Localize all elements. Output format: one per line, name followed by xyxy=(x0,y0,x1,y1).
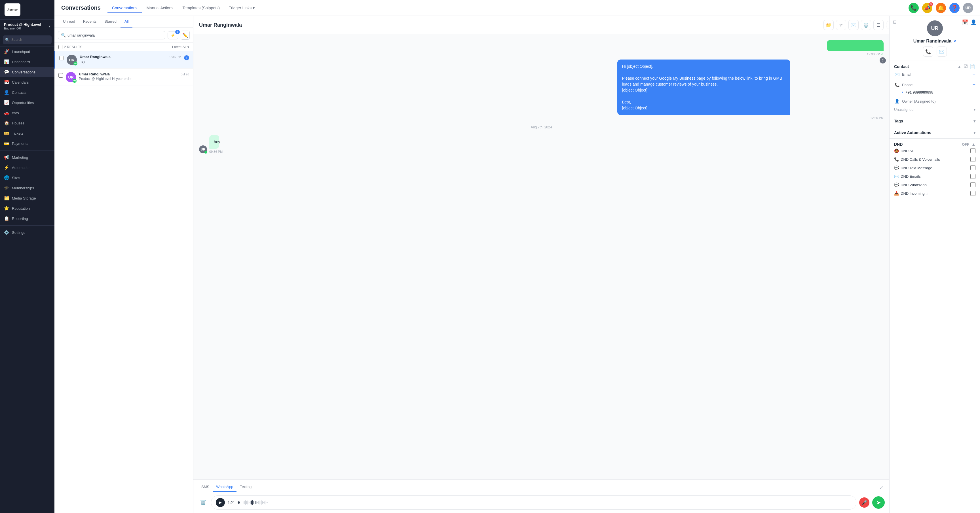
media-storage-icon: 🗂️ xyxy=(4,195,9,201)
help-button[interactable]: ❓ xyxy=(950,3,959,13)
conv-sort-button[interactable]: Latest-All ▾ xyxy=(172,45,189,49)
input-tab-texting[interactable]: Texting xyxy=(237,483,255,492)
contact-profile-icon[interactable]: 👤 xyxy=(970,19,977,25)
sidebar-item-contacts[interactable]: 👤 Contacts xyxy=(0,87,54,97)
dnd-calls-checkbox[interactable] xyxy=(970,157,975,162)
expand-input-button[interactable]: ⤢ xyxy=(878,483,885,492)
contact-email-button[interactable]: ✉️ xyxy=(937,46,947,57)
phone-button[interactable]: 📞 xyxy=(908,3,919,13)
phone-icon: 📞 xyxy=(894,82,900,88)
sidebar-nav: 🚀 Launchpad 📊 Dashboard 💬 Conversations … xyxy=(0,46,54,238)
conv-search-row: 🔍 ⚡ 1 ✏️ xyxy=(54,28,193,43)
user-avatar-button[interactable]: UR xyxy=(963,3,973,13)
dnd-all-checkbox[interactable] xyxy=(970,148,975,153)
add-phone-button[interactable]: + xyxy=(972,82,975,88)
cars-icon: 🚗 xyxy=(4,110,9,115)
play-button[interactable]: ▶ xyxy=(216,498,225,507)
sidebar-item-tickets[interactable]: 🎫 Tickets xyxy=(0,128,54,138)
sidebar-item-conversations[interactable]: 💬 Conversations xyxy=(0,67,54,77)
conv-tab-all[interactable]: All xyxy=(121,16,132,27)
send-button[interactable]: ➤ xyxy=(872,496,885,509)
tab-manual-actions[interactable]: Manual Actions xyxy=(142,3,178,13)
sidebar-item-settings[interactable]: ⚙️ Settings xyxy=(0,227,54,238)
conv-checkbox[interactable] xyxy=(59,73,63,78)
expand-panel-button[interactable]: ▶ xyxy=(886,21,889,30)
filter-button[interactable]: ☰ xyxy=(873,20,884,30)
conv-compose-button[interactable]: ✏️ xyxy=(181,30,190,40)
select-all-checkbox[interactable] xyxy=(59,45,62,49)
sidebar-item-launchpad[interactable]: 🚀 Launchpad xyxy=(0,46,54,57)
contact-phone-button[interactable]: 📞 xyxy=(923,46,933,57)
account-chevron-icon[interactable]: ▾ xyxy=(49,24,51,29)
conv-unread-badge: 1 xyxy=(184,55,189,60)
input-tab-sms[interactable]: SMS xyxy=(198,483,213,492)
launchpad-icon: 🚀 xyxy=(4,49,9,54)
calendar-icon[interactable]: 📅 xyxy=(962,19,968,25)
bell-button[interactable]: 🔔 xyxy=(936,3,946,13)
sidebar-item-memberships[interactable]: 🎓 Memberships xyxy=(0,183,54,193)
add-email-button[interactable]: + xyxy=(972,71,975,77)
dnd-text-checkbox[interactable] xyxy=(970,165,975,170)
sidebar-item-reporting[interactable]: 📋 Reporting xyxy=(0,213,54,224)
contact-section: Contact ▲ ☑ 📄 ✉️ Email + 📞 Phone xyxy=(889,60,980,115)
automations-chevron-icon[interactable]: ▾ xyxy=(974,130,975,135)
dnd-incoming-checkbox[interactable] xyxy=(970,191,975,196)
conversation-item[interactable]: UR W Umar Ranginwala Jul 26 Product @ Hi… xyxy=(54,68,193,86)
sidebar-search-input[interactable] xyxy=(11,38,54,42)
megaphone-button[interactable]: 📣 3 xyxy=(922,3,932,13)
conv-item-time: 9:36 PM xyxy=(170,55,181,59)
sidebar-item-calendars[interactable]: 📅 Calendars xyxy=(0,77,54,87)
dnd-incoming-help-icon[interactable]: ℹ xyxy=(926,192,928,195)
message-time: 09:36 PM xyxy=(209,150,223,153)
owner-select[interactable]: Unassigned ▾ xyxy=(894,107,975,112)
sidebar-item-automation[interactable]: ⚡ Automation xyxy=(0,162,54,173)
conv-item-preview: Product @ HighLevel Hi your order xyxy=(79,77,189,81)
grid-icon[interactable]: ⊞ xyxy=(893,19,897,25)
star-button[interactable]: ☆ xyxy=(836,20,846,30)
message-time: 12:30 PM ✓ xyxy=(867,52,884,56)
dnd-whatsapp-row: 💬 DND WhatsApp xyxy=(894,181,975,189)
conversation-item[interactable]: UR W Umar Ranginwala 9:36 PM hey 1 xyxy=(54,51,193,68)
tags-chevron-icon[interactable]: ▾ xyxy=(974,119,975,123)
sidebar-item-marketing[interactable]: 📢 Marketing xyxy=(0,152,54,162)
sidebar-item-houses[interactable]: 🏠 Houses xyxy=(0,118,54,128)
conv-tab-starred[interactable]: Starred xyxy=(100,16,121,27)
sidebar-item-opportunities[interactable]: 📈 Opportunities xyxy=(0,97,54,108)
message-bubble-incoming: hey xyxy=(209,135,219,149)
tab-templates[interactable]: Templates (Snippets) xyxy=(178,3,224,13)
dnd-chevron-icon[interactable]: ▲ xyxy=(972,142,975,146)
mic-button[interactable]: 🎤 xyxy=(859,497,869,508)
reputation-icon: ⭐ xyxy=(4,206,9,211)
external-link-icon[interactable]: ↗ xyxy=(953,39,956,43)
delete-button[interactable]: 🗑️ xyxy=(861,20,871,30)
sidebar-item-sites[interactable]: 🌐 Sites xyxy=(0,173,54,183)
sidebar-item-dashboard[interactable]: 📊 Dashboard xyxy=(0,57,54,67)
conv-tab-recents[interactable]: Recents xyxy=(79,16,101,27)
sidebar-item-cars[interactable]: 🚗 cars xyxy=(0,108,54,118)
input-tab-whatsapp[interactable]: WhatsApp xyxy=(213,483,237,492)
dnd-emails-checkbox[interactable] xyxy=(970,174,975,179)
section-check-icon[interactable]: ☑ xyxy=(964,64,967,69)
sidebar-account[interactable]: Product @ HighLevel Eugene, OR ▾ xyxy=(0,19,54,33)
dnd-whatsapp-checkbox[interactable] xyxy=(970,182,975,187)
payments-icon: 💳 xyxy=(4,141,9,146)
conv-tab-unread[interactable]: Unread xyxy=(59,16,79,27)
topbar-tabs: Conversations Manual Actions Templates (… xyxy=(107,3,259,13)
sidebar-logo: Agency xyxy=(0,0,54,19)
dnd-incoming-icon: 📥 xyxy=(894,191,899,195)
owner-row: 👤 Owner (Assigned to) xyxy=(894,96,975,106)
sidebar-item-media-storage[interactable]: 🗂️ Media Storage xyxy=(0,193,54,203)
archive-button[interactable]: 📁 xyxy=(824,20,834,30)
tab-conversations[interactable]: Conversations xyxy=(107,3,142,13)
section-collapse-icon[interactable]: ▲ xyxy=(957,64,961,69)
conv-checkbox[interactable] xyxy=(59,56,64,60)
tab-trigger-links[interactable]: Trigger Links ▾ xyxy=(224,3,259,13)
date-divider: Aug 7th, 2024 xyxy=(199,123,884,132)
conv-search-input[interactable] xyxy=(67,33,162,37)
send-email-button[interactable]: ✉️ xyxy=(848,20,859,30)
delete-recording-button[interactable]: 🗑️ xyxy=(198,497,208,508)
sidebar-item-reputation[interactable]: ⭐ Reputation xyxy=(0,203,54,213)
conv-filter-button[interactable]: ⚡ 1 xyxy=(168,31,178,40)
section-doc-icon[interactable]: 📄 xyxy=(970,64,975,69)
sidebar-item-payments[interactable]: 💳 Payments xyxy=(0,138,54,149)
